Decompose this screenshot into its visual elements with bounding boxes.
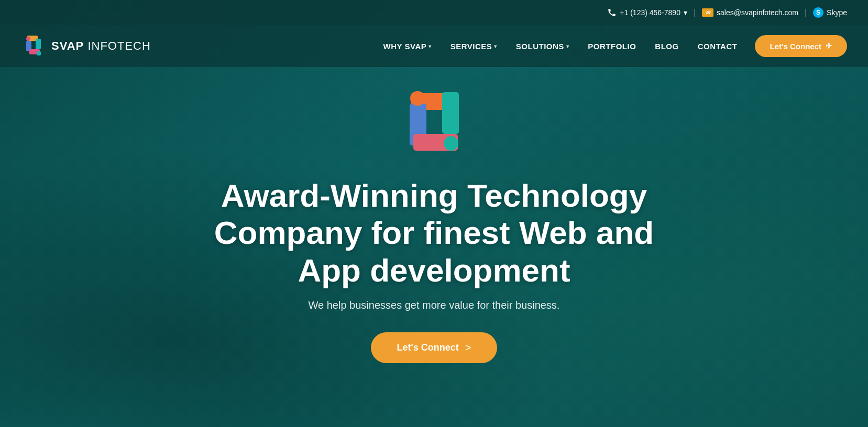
chevron-down-icon: ▾: [566, 43, 569, 49]
nav-link-portfolio[interactable]: PORTFOLIO: [580, 38, 643, 55]
svg-rect-5: [26, 37, 30, 41]
send-icon: ✈: [826, 41, 832, 51]
logo[interactable]: SVAP INFOTECH: [21, 33, 151, 59]
nav-cta-button[interactable]: Let's Connect ✈: [755, 35, 847, 57]
nav-item-solutions: SOLUTIONS ▾: [509, 38, 577, 55]
svg-rect-11: [410, 91, 425, 106]
separator-1: |: [694, 8, 696, 17]
navbar: SVAP INFOTECH WHY SVAP ▾ SERVICES ▾ SOLU…: [0, 25, 868, 67]
logo-icon: [21, 33, 46, 59]
hero-title: Award-Winning Technology Company for fin…: [199, 177, 670, 289]
arrow-right-icon: >: [465, 342, 471, 354]
hero-content: Award-Winning Technology Company for fin…: [0, 67, 868, 384]
nav-link-services[interactable]: SERVICES ▾: [443, 38, 504, 55]
phone-dropdown-icon: ▾: [684, 8, 687, 17]
chevron-down-icon: ▾: [428, 43, 432, 49]
nav-item-why-svap: WHY SVAP ▾: [376, 38, 439, 55]
skype-icon: S: [813, 7, 823, 18]
email-address: sales@svapinfotech.com: [717, 8, 798, 17]
chevron-down-icon: ▾: [494, 43, 497, 49]
top-contact-bar: +1 (123) 456-7890 ▾ | ✉ sales@svapinfote…: [0, 0, 868, 25]
separator-2: |: [805, 8, 807, 17]
skype-label: Skype: [827, 8, 847, 17]
phone-icon: [607, 8, 617, 17]
phone-number: +1 (123) 456-7890: [620, 8, 680, 17]
skype-link[interactable]: S Skype: [813, 7, 847, 18]
svg-rect-7: [442, 92, 459, 134]
email-link[interactable]: ✉ sales@svapinfotech.com: [702, 8, 798, 17]
svg-rect-1: [36, 39, 41, 49]
nav-link-why-svap[interactable]: WHY SVAP ▾: [376, 38, 439, 55]
nav-item-blog: BLOG: [647, 38, 686, 55]
hero-subtitle: We help businesses get more value for th…: [309, 299, 560, 311]
logo-text: SVAP INFOTECH: [51, 39, 151, 53]
nav-item-services: SERVICES ▾: [443, 38, 504, 55]
nav-link-contact[interactable]: CONTACT: [690, 38, 745, 55]
email-icon: ✉: [702, 8, 713, 17]
hero-logo-graphic: [387, 77, 481, 172]
nav-item-portfolio: PORTFOLIO: [580, 38, 643, 55]
hero-section: +1 (123) 456-7890 ▾ | ✉ sales@svapinfote…: [0, 0, 868, 427]
nav-item-contact: CONTACT: [690, 38, 745, 55]
nav-link-blog[interactable]: BLOG: [647, 38, 686, 55]
svg-rect-10: [444, 136, 458, 151]
hero-cta-button[interactable]: Let's Connect >: [371, 332, 498, 363]
nav-link-solutions[interactable]: SOLUTIONS ▾: [509, 38, 577, 55]
phone-link[interactable]: +1 (123) 456-7890 ▾: [607, 8, 687, 17]
svg-rect-4: [37, 51, 41, 55]
nav-menu: WHY SVAP ▾ SERVICES ▾ SOLUTIONS ▾ PORTFO…: [376, 38, 745, 55]
